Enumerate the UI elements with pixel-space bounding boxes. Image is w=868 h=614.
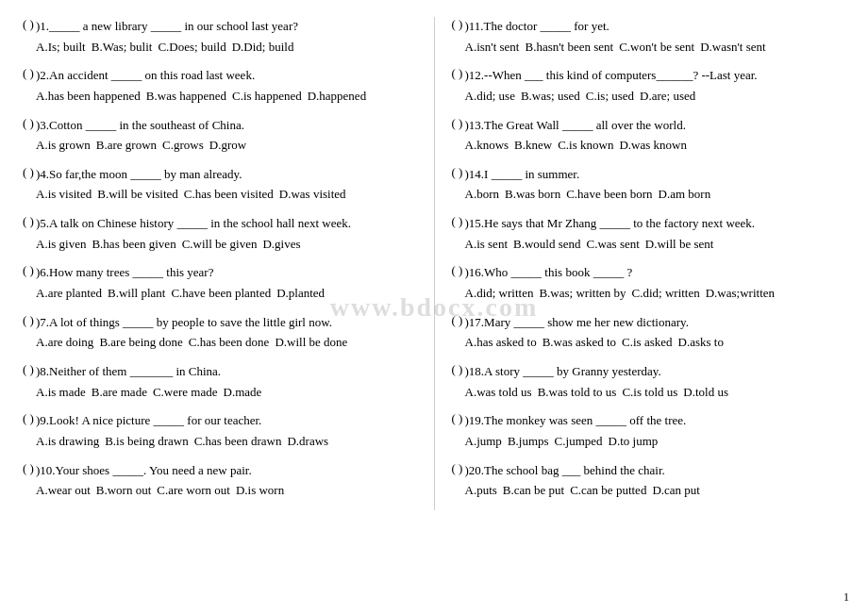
answer-paren: ( ) xyxy=(23,17,36,32)
option-c: C.was sent xyxy=(587,235,640,255)
options-line: A.did; use B.was; used C.is; used D.are;… xyxy=(465,87,846,107)
question-block: ( ))11.The doctor _____ for yet.A.isn't … xyxy=(452,17,846,57)
question-line: ( ))16.Who _____ this book _____ ? xyxy=(452,263,846,282)
option-a: A.did; use xyxy=(465,87,515,107)
question-block: ( ))17.Mary _____ show me her new dictio… xyxy=(452,313,846,353)
option-a: A.is made xyxy=(36,383,86,403)
options-line: A.is made B.are made C.were made D.made xyxy=(36,383,417,403)
option-b: B.is being drawn xyxy=(105,432,188,452)
option-b: B.was asked to xyxy=(542,333,616,353)
question-text: )5.A talk on Chinese history _____ in th… xyxy=(36,214,417,233)
options-line: A.puts B.can be put C.can be putted D.ca… xyxy=(465,481,846,501)
question-text: )14.I _____ in summer. xyxy=(465,165,846,184)
question-text: )20.The school bag ___ behind the chair. xyxy=(465,461,846,480)
option-a: A.wear out xyxy=(36,481,91,501)
option-b: B.was born xyxy=(505,185,560,205)
option-c: C.are worn out xyxy=(157,481,230,501)
option-a: A.isn't sent xyxy=(465,38,520,58)
option-c: C.is told us xyxy=(622,383,677,403)
option-b: B.can be put xyxy=(503,481,564,501)
answer-paren: ( ) xyxy=(23,263,36,278)
option-c: C.can be putted xyxy=(570,481,646,501)
option-c: C.were made xyxy=(153,383,218,403)
option-d: D.Did; build xyxy=(232,38,294,58)
option-c: C.is asked xyxy=(622,333,672,353)
options-line: A.Is; built B.Was; bulit C.Does; build D… xyxy=(36,38,417,58)
options-line: A.was told us B.was told to us C.is told… xyxy=(465,383,846,403)
question-block: ( ))4.So far,the moon _____ by man alrea… xyxy=(23,165,417,205)
option-d: D.was known xyxy=(619,136,687,156)
options-line: A.is grown B.are grown C.grows D.grow xyxy=(36,136,417,156)
answer-paren: ( ) xyxy=(452,263,465,278)
option-c: C.has been done xyxy=(189,333,270,353)
question-block: ( ))10.Your shoes _____. You need a new … xyxy=(23,461,417,501)
question-block: ( ))6.How many trees _____ this year?A.a… xyxy=(23,263,417,303)
option-d: D.draws xyxy=(287,432,328,452)
options-line: A.did; written B.was; written by C.did; … xyxy=(465,284,846,304)
option-b: B.knew xyxy=(514,136,552,156)
option-a: A.jump xyxy=(465,432,502,452)
option-b: B.will plant xyxy=(108,284,165,304)
option-a: A.puts xyxy=(465,481,497,501)
question-block: ( ))5.A talk on Chinese history _____ in… xyxy=(23,214,417,254)
question-line: ( ))12.--When ___ this kind of computers… xyxy=(452,66,846,85)
question-line: ( ))5.A talk on Chinese history _____ in… xyxy=(23,214,417,233)
option-d: D.told us xyxy=(683,383,728,403)
options-line: A.is visited B.will be visited C.has bee… xyxy=(36,185,417,205)
question-text: )8.Neither of them _______ in China. xyxy=(36,362,417,381)
answer-paren: ( ) xyxy=(452,411,465,426)
option-c: C.is known xyxy=(558,136,613,156)
answer-paren: ( ) xyxy=(452,362,465,377)
option-a: A.is visited xyxy=(36,185,92,205)
question-line: ( ))7.A lot of things _____ by people to… xyxy=(23,313,417,332)
question-line: ( ))1._____ a new library _____ in our s… xyxy=(23,17,417,36)
option-a: A.Is; built xyxy=(36,38,86,58)
option-c: C.Does; build xyxy=(158,38,225,58)
option-b: B.would send xyxy=(513,235,581,255)
option-a: A.born xyxy=(465,185,499,205)
options-line: A.knows B.knew C.is known D.was known xyxy=(465,136,846,156)
option-d: D.wasn't sent xyxy=(700,38,766,58)
options-line: A.has asked to B.was asked to C.is asked… xyxy=(465,333,846,353)
option-d: D.was;written xyxy=(706,284,775,304)
question-text: )7.A lot of things _____ by people to sa… xyxy=(36,313,417,332)
option-c: C.has been drawn xyxy=(194,432,282,452)
question-block: ( ))15.He says that Mr Zhang _____ to th… xyxy=(452,214,846,254)
question-text: )6.How many trees _____ this year? xyxy=(36,263,417,282)
question-line: ( ))11.The doctor _____ for yet. xyxy=(452,17,846,36)
question-block: ( ))8.Neither of them _______ in China.A… xyxy=(23,362,417,402)
answer-paren: ( ) xyxy=(23,313,36,328)
option-b: B.Was; bulit xyxy=(92,38,153,58)
question-block: ( ))12.--When ___ this kind of computers… xyxy=(452,66,846,106)
option-c: C.jumped xyxy=(555,432,603,452)
question-text: )2.An accident _____ on this road last w… xyxy=(36,66,417,85)
question-block: ( ))18.A story _____ by Granny yesterday… xyxy=(452,362,846,402)
options-line: A.is sent B.would send C.was sent D.will… xyxy=(465,235,846,255)
option-b: B.are made xyxy=(92,383,147,403)
option-a: A.did; written xyxy=(465,284,534,304)
option-d: D.will be sent xyxy=(645,235,714,255)
question-block: ( ))3.Cotton _____ in the southeast of C… xyxy=(23,116,417,156)
options-line: A.has been happened B.was happened C.is … xyxy=(36,87,417,107)
option-d: D.happened xyxy=(308,87,366,107)
question-block: ( ))2.An accident _____ on this road las… xyxy=(23,66,417,106)
answer-paren: ( ) xyxy=(23,66,36,81)
option-a: A.is grown xyxy=(36,136,91,156)
option-b: B.has been given xyxy=(92,235,175,255)
option-d: D.is worn xyxy=(236,481,284,501)
option-d: D.can put xyxy=(652,481,700,501)
option-a: A.is drawing xyxy=(36,432,99,452)
question-line: ( ))18.A story _____ by Granny yesterday… xyxy=(452,362,846,381)
question-block: ( ))14.I _____ in summer.A.born B.was bo… xyxy=(452,165,846,205)
question-text: )17.Mary _____ show me her new dictionar… xyxy=(465,313,846,332)
answer-paren: ( ) xyxy=(452,66,465,81)
answer-paren: ( ) xyxy=(23,214,36,229)
question-text: )13.The Great Wall _____ all over the wo… xyxy=(465,116,846,135)
option-d: D.grow xyxy=(209,136,246,156)
answer-paren: ( ) xyxy=(452,165,465,180)
option-a: A.knows xyxy=(465,136,509,156)
answer-paren: ( ) xyxy=(23,362,36,377)
option-b: B.are grown xyxy=(96,136,157,156)
option-c: C.is happened xyxy=(232,87,302,107)
question-line: ( ))6.How many trees _____ this year? xyxy=(23,263,417,282)
